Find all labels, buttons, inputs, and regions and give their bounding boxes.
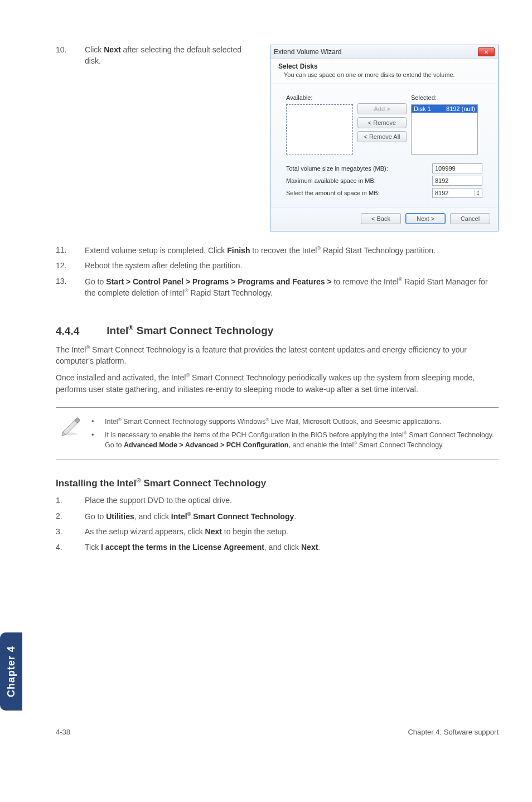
paragraph: The Intel® Smart Connect Technology is a… (56, 344, 499, 367)
paragraph: Once installed and activated, the Intel®… (56, 372, 499, 395)
max-space-value: 8192 (432, 176, 482, 186)
section-number: 4.4.4 (56, 325, 104, 337)
remove-button[interactable]: < Remove (357, 117, 407, 128)
step-text: Go to Utilities, and click Intel® Smart … (85, 511, 499, 522)
bold-utilities: Utilities (106, 512, 134, 521)
extend-volume-wizard: Extend Volume Wizard ✕ Select Disks You … (270, 45, 499, 231)
spin-value: 8192 (435, 190, 448, 196)
step-number: 3. (56, 526, 74, 538)
step-text: Place the support DVD to the optical dri… (85, 495, 499, 506)
txt: Rapid Start Technology. (188, 288, 273, 297)
remove-all-button[interactable]: < Remove All (357, 131, 407, 142)
total-size-label: Total volume size in megabytes (MB): (286, 165, 388, 172)
txt: Smart Connect Technology is a feature th… (56, 345, 467, 365)
note-text: It is necessary to enable the items of t… (105, 430, 496, 451)
sub-heading: Installing the Intel® Smart Connect Tech… (56, 477, 499, 489)
reg-mark: ® (137, 477, 141, 484)
txt: Smart Connect Technology. (357, 442, 444, 450)
cancel-button[interactable]: Cancel (450, 213, 490, 224)
txt: Smart Connect Technology supports Window… (122, 418, 266, 426)
footer-title: Chapter 4: Software support (408, 728, 499, 736)
note-block: • Intel® Smart Connect Technology suppor… (56, 407, 499, 460)
txt: . (318, 543, 320, 552)
txt: Go to (85, 512, 106, 521)
step-text: As the setup wizard appears, click Next … (85, 526, 499, 538)
selected-item[interactable]: Disk 1 8192 (null) (412, 105, 477, 113)
step-text: Extend volume setup is completed. Click … (85, 245, 499, 256)
txt: It is necessary to enable the items of t… (105, 431, 404, 439)
txt: Live Mail, Microsoft Outlook, and Seesmi… (269, 418, 442, 426)
bold-path: Start > Control Panel > Programs > Progr… (106, 277, 332, 286)
total-size-value: 109999 (432, 163, 482, 173)
txt: Smart Connect Technology (141, 477, 267, 488)
next-button[interactable]: Next > (405, 213, 446, 224)
txt: to remove the Intel (332, 277, 399, 286)
step-text: Go to Start > Control Panel > Programs >… (85, 276, 499, 299)
bold-path: Advanced Mode > Advanced > PCH Configura… (124, 442, 288, 450)
back-button[interactable]: < Back (361, 213, 401, 224)
note-text: Intel® Smart Connect Technology supports… (105, 417, 442, 427)
step-text: Click Next after selecting the default s… (85, 45, 259, 66)
step-number: 1. (56, 495, 74, 506)
chapter-tab: Chapter 4 (0, 632, 22, 711)
bold-next: Next (301, 543, 318, 552)
available-label: Available: (286, 94, 353, 101)
txt: Once installed and activated, the Intel (56, 373, 186, 382)
bold-next: Next (205, 527, 222, 536)
txt: Extend volume setup is completed. Click (85, 246, 227, 255)
txt: Installing the Intel (56, 477, 137, 488)
add-button[interactable]: Add > (357, 103, 407, 114)
txt: , and click (264, 543, 301, 552)
sel-disk: Disk 1 (414, 105, 431, 112)
bullet-dot: • (91, 417, 97, 427)
select-space-label: Select the amount of space in MB: (286, 190, 380, 196)
step-number: 2. (56, 511, 74, 522)
txt: As the setup wizard appears, click (85, 527, 205, 536)
bold-sct: Smart Connect Technology (191, 512, 294, 521)
txt: to begin the setup. (222, 527, 288, 536)
step-text: Reboot the system after deleting the par… (85, 260, 499, 272)
step-number: 4. (56, 542, 74, 553)
step-number: 13. (56, 276, 74, 299)
bold-finish: Finish (227, 246, 250, 255)
wizard-subheading: You can use space on one or more disks t… (278, 71, 490, 78)
reg-mark: ® (317, 245, 321, 251)
section-title-post: Smart Connect Technology (133, 325, 273, 337)
page-number: 4-38 (56, 728, 70, 736)
step-number: 12. (56, 260, 74, 272)
section-heading: 4.4.4 Intel® Smart Connect Technology (56, 324, 499, 337)
selected-label: Selected: (411, 94, 478, 101)
close-button[interactable]: ✕ (478, 47, 495, 56)
bullet-dot: • (91, 430, 97, 451)
select-space-spinner[interactable]: 8192 ▲▼ (432, 188, 482, 198)
max-space-label: Maximum available space in MB: (286, 177, 376, 184)
step-number: 10. (56, 45, 74, 66)
reg-mark: ® (185, 288, 188, 293)
bold-next: Next (104, 45, 120, 54)
sel-size: 8192 (null) (446, 105, 475, 112)
txt: Tick (85, 543, 101, 552)
available-list[interactable] (286, 104, 353, 154)
wizard-title: Extend Volume Wizard (274, 48, 341, 56)
txt: . (294, 512, 296, 521)
section-title-pre: Intel (107, 325, 128, 337)
bold-intel: Intel (171, 512, 187, 521)
txt: Intel (105, 418, 118, 426)
spinner-arrows[interactable]: ▲▼ (474, 190, 482, 196)
step-text: Tick I accept the terms in the License A… (85, 542, 499, 553)
wizard-heading: Select Disks (278, 62, 490, 70)
pencil-icon (58, 413, 81, 439)
bold-accept: I accept the terms in the License Agreem… (101, 543, 264, 552)
txt: Go to (85, 277, 106, 286)
txt: Rapid Start Technology partition. (321, 246, 436, 255)
txt: Click (85, 45, 104, 54)
txt: The Intel (56, 345, 86, 354)
txt: to recover the Intel (250, 246, 317, 255)
selected-list[interactable]: Disk 1 8192 (null) (411, 104, 478, 154)
step-number: 11. (56, 245, 74, 256)
txt: , and click (134, 512, 171, 521)
txt: , and enable the Intel (288, 442, 354, 450)
